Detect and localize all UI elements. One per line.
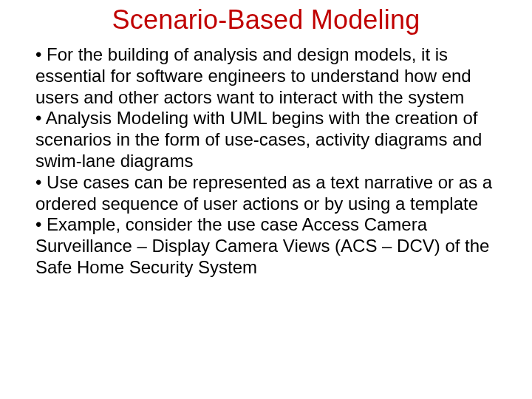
bullet-item: • For the building of analysis and desig…: [35, 44, 511, 108]
bullet-text: For the building of analysis and design …: [35, 44, 471, 107]
bullet-text: Use cases can be represented as a text n…: [35, 172, 492, 214]
bullet-marker: •: [35, 108, 46, 128]
bullet-text: Analysis Modeling with UML begins with t…: [35, 108, 482, 171]
bullet-marker: •: [35, 214, 47, 234]
bullet-text: Example, consider the use case Access Ca…: [35, 214, 489, 277]
bullet-marker: •: [35, 172, 47, 192]
bullet-marker: •: [35, 44, 47, 64]
slide: Scenario-Based Modeling • For the buildi…: [0, 0, 532, 399]
slide-body: • For the building of analysis and desig…: [35, 44, 511, 279]
slide-title: Scenario-Based Modeling: [0, 4, 532, 35]
bullet-item: • Analysis Modeling with UML begins with…: [35, 108, 511, 171]
bullet-item: • Example, consider the use case Access …: [35, 214, 511, 278]
bullet-item: • Use cases can be represented as a text…: [35, 172, 511, 215]
